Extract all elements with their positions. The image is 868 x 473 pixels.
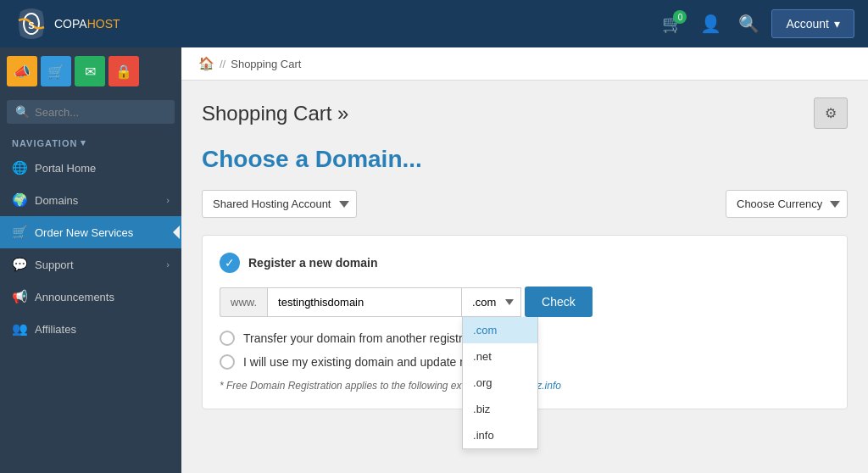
tld-dropdown: .com .net .org .biz .info <box>462 317 538 449</box>
order-new-services-wrapper: 🛒 Order New Services <box>0 216 181 248</box>
tld-select[interactable]: .com .net .org .biz .info <box>462 287 521 317</box>
search-icon-btn[interactable]: 🔍 <box>733 8 765 39</box>
register-option-label: Register a new domain <box>248 256 377 270</box>
sidebar: 📣 🛒 ✉ 🔒 🔍 NAVIGATION ▾ 🌐 Portal Home 🌍 D… <box>0 47 181 473</box>
sidebar-item-announcements[interactable]: 📢 Announcements <box>0 281 181 313</box>
register-option: ✓ Register a new domain <box>220 253 830 273</box>
sidebar-item-affiliates[interactable]: 👥 Affiliates <box>0 313 181 345</box>
message-icon-btn[interactable]: ✉ <box>75 56 105 86</box>
tld-select-wrapper: .com .net .org .biz .info .com .net .org… <box>462 287 521 317</box>
tld-option-biz[interactable]: .biz <box>463 396 537 422</box>
breadcrumb-current: Shopping Cart <box>231 58 301 70</box>
cart-nav-icon: 🛒 <box>12 225 28 240</box>
account-button[interactable]: Account ▾ <box>771 9 854 38</box>
globe-icon: 🌐 <box>12 160 28 175</box>
chevron-right-icon: › <box>166 195 170 205</box>
radio-icon <box>220 331 235 346</box>
search-icon: 🔍 <box>15 105 30 119</box>
home-icon[interactable]: 🏠 <box>198 56 214 71</box>
sidebar-item-label: Affiliates <box>35 323 76 336</box>
sidebar-item-order-new-services[interactable]: 🛒 Order New Services <box>0 216 181 248</box>
content-main: Shopping Cart » ⚙ Choose a Domain... Sha… <box>181 81 868 426</box>
brand-name: COPAHOST <box>54 17 120 31</box>
breadcrumb-separator: // <box>220 58 225 70</box>
check-circle-icon: ✓ <box>220 253 240 273</box>
sidebar-item-portal-home[interactable]: 🌐 Portal Home <box>0 152 181 184</box>
navbar: S COPAHOST 🛒 0 👤 🔍 Account ▾ <box>0 0 868 47</box>
announce-icon-btn[interactable]: 📣 <box>7 56 37 86</box>
affiliates-icon: 👥 <box>12 321 28 337</box>
sidebar-search-box[interactable]: 🔍 <box>7 100 175 124</box>
breadcrumb: 🏠 // Shopping Cart <box>181 47 868 81</box>
tld-option-info[interactable]: .info <box>463 422 537 448</box>
chevron-down-icon: ▾ <box>834 17 840 31</box>
currency-select[interactable]: Choose Currency USD EUR <box>726 190 848 218</box>
tld-option-org[interactable]: .org <box>463 370 537 396</box>
domains-icon: 🌍 <box>12 192 28 208</box>
hosting-select[interactable]: Shared Hosting Account VPS Hosting Dedic… <box>202 190 357 218</box>
settings-button[interactable]: ⚙ <box>814 97 848 129</box>
main-content: 🏠 // Shopping Cart Shopping Cart » ⚙ Cho… <box>181 47 868 473</box>
tld-option-com[interactable]: .com <box>463 317 537 343</box>
check-button[interactable]: Check <box>525 287 593 317</box>
navbar-right: 🛒 0 👤 🔍 Account ▾ <box>657 8 854 39</box>
user-icon-btn[interactable]: 👤 <box>695 8 726 39</box>
domain-input-row: www. .com .net .org .biz .info .com <box>220 287 830 317</box>
nav-section-title: NAVIGATION ▾ <box>0 129 181 152</box>
chevron-right-icon: › <box>166 259 170 270</box>
cart-badge: 0 <box>673 10 687 24</box>
choose-domain-title: Choose a Domain... <box>202 146 848 173</box>
controls-row: Shared Hosting Account VPS Hosting Dedic… <box>202 190 848 218</box>
logo: S COPAHOST <box>14 8 120 39</box>
cart-icon-btn[interactable]: 🛒 0 <box>657 8 688 39</box>
lock-icon-btn[interactable]: 🔒 <box>108 56 139 86</box>
domain-input[interactable] <box>267 287 462 317</box>
main-layout: 📣 🛒 ✉ 🔒 🔍 NAVIGATION ▾ 🌐 Portal Home 🌍 D… <box>0 47 868 473</box>
sidebar-item-label: Portal Home <box>35 162 96 175</box>
svg-text:S: S <box>28 20 34 31</box>
chevron-down-icon: ▾ <box>81 137 86 148</box>
sidebar-item-label: Domains <box>35 194 78 207</box>
sidebar-item-domains[interactable]: 🌍 Domains › <box>0 184 181 216</box>
logo-icon: S <box>14 8 49 39</box>
announcements-icon: 📢 <box>12 289 28 304</box>
page-title: Shopping Cart » <box>202 102 348 125</box>
sidebar-item-support[interactable]: 💬 Support › <box>0 248 181 281</box>
cart-sidebar-icon-btn[interactable]: 🛒 <box>41 56 71 86</box>
sidebar-search-input[interactable] <box>35 106 166 119</box>
support-icon: 💬 <box>12 257 28 272</box>
radio-icon <box>220 354 235 370</box>
sidebar-item-label: Order New Services <box>35 226 133 239</box>
tld-option-net[interactable]: .net <box>463 343 537 370</box>
sidebar-item-label: Announcements <box>35 291 114 303</box>
sidebar-item-label: Support <box>35 259 74 271</box>
transfer-option-label: Transfer your domain from another regist… <box>243 331 473 345</box>
page-header: Shopping Cart » ⚙ <box>202 97 848 129</box>
www-prefix: www. <box>220 287 267 317</box>
sidebar-top-icons: 📣 🛒 ✉ 🔒 <box>0 47 181 95</box>
form-section: ✓ Register a new domain www. .com .net .… <box>202 235 848 409</box>
